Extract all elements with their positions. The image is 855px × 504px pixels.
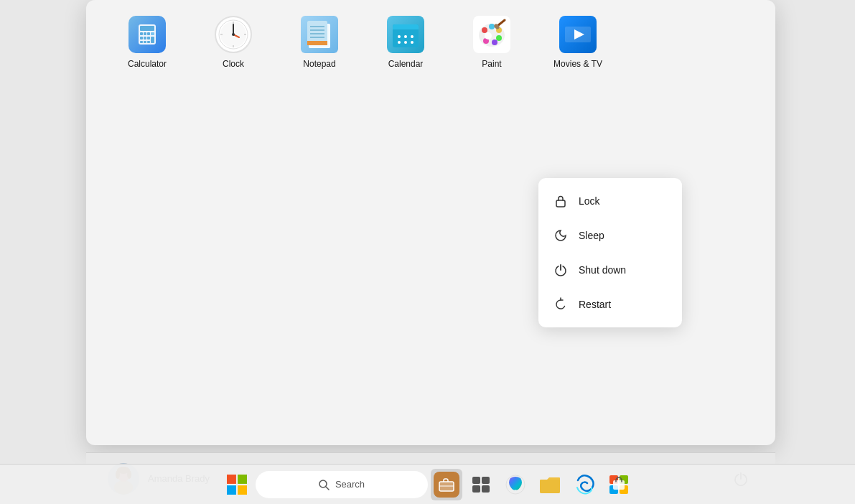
search-icon (318, 479, 330, 490)
svg-rect-71 (472, 477, 480, 484)
sleep-label: Sleep (579, 230, 604, 241)
work-icon (434, 472, 459, 498)
task-view-icon (471, 475, 491, 495)
taskbar-edge[interactable] (569, 469, 600, 500)
svg-rect-77 (540, 480, 560, 493)
svg-rect-72 (482, 477, 490, 484)
svg-rect-33 (393, 29, 419, 32)
power-context-menu: Lock Sleep Shut down (538, 178, 682, 327)
restart-label: Restart (579, 299, 611, 310)
svg-point-47 (496, 35, 502, 41)
restart-icon (553, 297, 569, 312)
taskbar-file-explorer[interactable] (534, 469, 566, 500)
taskbar-ms-store[interactable] (603, 469, 635, 500)
app-notepad[interactable]: Notepad (287, 14, 352, 69)
movies-tv-label: Movies & TV (553, 59, 602, 69)
taskbar-copilot[interactable] (500, 469, 531, 500)
clock-icon (213, 14, 253, 55)
svg-text:2: 2 (405, 34, 407, 39)
svg-rect-63 (238, 475, 247, 484)
calendar-icon: 1 2 3 (386, 14, 426, 55)
svg-rect-1 (140, 26, 154, 31)
copilot-icon (505, 474, 526, 495)
svg-rect-62 (227, 475, 236, 484)
calculator-label: Calculator (128, 59, 167, 69)
paint-icon (472, 14, 512, 55)
svg-rect-4 (147, 32, 150, 35)
app-calendar[interactable]: 1 2 3 Calendar (373, 14, 438, 69)
taskbar-work-app[interactable] (431, 469, 462, 500)
shutdown-label: Shut down (579, 264, 626, 276)
search-bar[interactable]: Search (256, 471, 428, 498)
movies-tv-icon (558, 14, 598, 55)
apps-area: Calculator (86, 0, 775, 76)
svg-rect-74 (482, 485, 490, 493)
lock-label: Lock (579, 195, 600, 207)
svg-rect-11 (144, 41, 146, 43)
svg-rect-64 (227, 485, 236, 495)
svg-rect-10 (140, 41, 143, 43)
svg-rect-65 (238, 485, 247, 495)
svg-point-37 (398, 41, 401, 44)
app-clock[interactable]: Clock (201, 14, 266, 69)
start-button[interactable] (221, 469, 253, 500)
start-menu: Calculator (86, 0, 775, 445)
shutdown-menu-item[interactable]: Shut down (538, 253, 682, 287)
shutdown-icon (553, 263, 569, 277)
sleep-menu-item[interactable]: Sleep (538, 218, 682, 253)
svg-rect-5 (151, 32, 154, 35)
svg-point-44 (482, 27, 487, 33)
svg-rect-12 (147, 41, 150, 43)
clock-label: Clock (223, 59, 244, 69)
svg-point-39 (411, 41, 414, 44)
taskbar-task-view[interactable] (465, 469, 497, 500)
edge-icon (574, 475, 594, 495)
calendar-label: Calendar (388, 59, 424, 69)
calculator-icon (127, 14, 167, 55)
svg-rect-30 (307, 41, 327, 45)
svg-text:1: 1 (398, 34, 401, 39)
svg-rect-82 (613, 480, 625, 490)
svg-rect-7 (144, 37, 146, 39)
svg-rect-55 (556, 200, 565, 207)
notepad-icon (299, 14, 340, 55)
taskbar: Search (0, 464, 855, 504)
svg-rect-73 (472, 485, 480, 493)
sleep-icon (553, 228, 569, 243)
svg-rect-6 (140, 37, 143, 39)
lock-menu-item[interactable]: Lock (538, 184, 682, 218)
svg-point-45 (489, 24, 495, 29)
svg-point-17 (232, 33, 235, 36)
svg-point-50 (485, 32, 492, 39)
svg-point-38 (404, 41, 407, 44)
lock-icon (553, 194, 569, 208)
svg-text:3: 3 (411, 34, 414, 39)
svg-rect-9 (151, 37, 154, 43)
paint-label: Paint (482, 59, 501, 69)
svg-rect-8 (147, 37, 150, 39)
svg-line-51 (497, 20, 505, 26)
ms-store-icon (609, 475, 629, 495)
app-movies-tv[interactable]: Movies & TV (546, 14, 610, 69)
svg-point-48 (492, 39, 497, 45)
file-explorer-icon (539, 475, 561, 495)
app-paint[interactable]: Paint (459, 14, 524, 69)
svg-line-67 (326, 487, 329, 490)
svg-rect-2 (140, 32, 143, 35)
restart-menu-item[interactable]: Restart (538, 287, 682, 322)
search-placeholder: Search (335, 479, 365, 490)
app-calculator[interactable]: Calculator (115, 14, 179, 69)
svg-rect-3 (144, 32, 146, 35)
notepad-label: Notepad (303, 59, 335, 69)
